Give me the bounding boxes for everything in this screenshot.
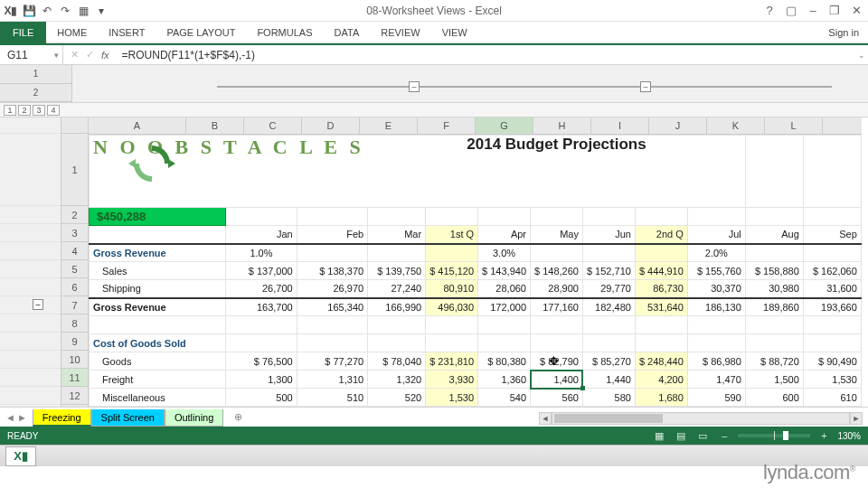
scroll-left-icon[interactable]: ◄: [539, 412, 552, 425]
cell[interactable]: $ 138,370: [297, 262, 367, 280]
cell[interactable]: $ 88,720: [745, 352, 803, 371]
cell[interactable]: 165,340: [297, 298, 367, 316]
cell[interactable]: 580: [582, 389, 635, 407]
col-outline-level-1[interactable]: 1: [0, 65, 71, 84]
help-icon[interactable]: ?: [761, 4, 778, 17]
cell[interactable]: $ 152,710: [582, 262, 635, 280]
cell[interactable]: $ 143,940: [478, 262, 531, 280]
sheet-tab-split[interactable]: Split Screen: [91, 409, 165, 427]
outline-collapse-button[interactable]: –: [409, 81, 420, 92]
view-page-break-icon[interactable]: ▭: [694, 429, 711, 442]
cell[interactable]: $ 86,980: [687, 352, 745, 371]
col-header[interactable]: K: [707, 117, 765, 134]
view-normal-icon[interactable]: ▦: [651, 429, 667, 442]
row-level-4[interactable]: 4: [47, 105, 60, 116]
cell[interactable]: 30,370: [687, 280, 745, 298]
col-header[interactable]: L: [765, 117, 823, 134]
redo-icon[interactable]: ↷: [58, 4, 72, 18]
expand-formula-icon[interactable]: ⌄: [855, 51, 868, 60]
enter-formula-icon[interactable]: ✓: [86, 49, 94, 61]
col-header[interactable]: C: [244, 117, 302, 134]
cell[interactable]: 496,030: [426, 298, 478, 316]
cell[interactable]: 2.0%: [687, 244, 745, 262]
row-collapse-button[interactable]: –: [33, 299, 43, 310]
cell[interactable]: 28,900: [531, 280, 583, 298]
cell[interactable]: 4,200: [635, 371, 687, 389]
close-icon[interactable]: ✕: [848, 4, 864, 17]
cell[interactable]: 28,060: [478, 280, 531, 298]
sign-in-link[interactable]: Sign in: [828, 27, 859, 38]
save-icon[interactable]: 💾: [22, 4, 36, 18]
col-header[interactable]: H: [533, 117, 591, 134]
cells-area[interactable]: A B C D E F G H I J K L N O O B S T A C …: [89, 117, 862, 407]
col-header[interactable]: A: [89, 117, 186, 134]
touch-mode-icon[interactable]: ▦: [76, 4, 90, 18]
cell[interactable]: 1,470: [687, 371, 745, 389]
row-header[interactable]: 1: [61, 134, 88, 206]
cell[interactable]: 510: [297, 389, 367, 407]
row-header[interactable]: 4: [61, 242, 88, 260]
outline-collapse-button[interactable]: –: [640, 81, 651, 92]
formula-input[interactable]: =ROUND(F11*(1+$F$4),-1): [117, 49, 855, 61]
cell[interactable]: $ 162,060: [803, 262, 861, 280]
active-cell[interactable]: 1,400: [531, 371, 583, 389]
col-header[interactable]: G: [476, 117, 533, 134]
col-header[interactable]: D: [302, 117, 360, 134]
tab-insert[interactable]: INSERT: [98, 22, 156, 43]
cell[interactable]: 30,980: [745, 280, 803, 298]
scroll-right-icon[interactable]: ►: [850, 412, 863, 425]
fx-icon[interactable]: fx: [101, 50, 109, 61]
cell[interactable]: 610: [803, 389, 861, 407]
row-header[interactable]: 11: [61, 369, 88, 387]
cancel-formula-icon[interactable]: ✕: [71, 49, 79, 61]
cell[interactable]: 177,160: [531, 298, 583, 316]
cell[interactable]: 3,930: [426, 371, 478, 389]
cell[interactable]: $ 82,790✥: [531, 352, 583, 371]
col-outline-level-2[interactable]: 2: [0, 84, 71, 103]
row-header[interactable]: 10: [61, 351, 88, 369]
cell[interactable]: 26,700: [226, 280, 297, 298]
cell[interactable]: 186,130: [687, 298, 745, 316]
tab-file[interactable]: FILE: [0, 22, 46, 43]
zoom-level[interactable]: 130%: [837, 431, 861, 441]
cell[interactable]: 193,660: [803, 298, 861, 316]
cell[interactable]: 182,480: [582, 298, 635, 316]
cell[interactable]: 31,600: [803, 280, 861, 298]
cell[interactable]: $ 139,750: [368, 262, 426, 280]
col-header[interactable]: E: [360, 117, 418, 134]
tab-review[interactable]: REVIEW: [370, 22, 430, 43]
cell[interactable]: 1,680: [635, 389, 687, 407]
cell[interactable]: 560: [531, 389, 583, 407]
taskbar-excel-icon[interactable]: X▮: [5, 446, 36, 466]
cell[interactable]: 531,640: [635, 298, 687, 316]
cell[interactable]: 29,770: [582, 280, 635, 298]
view-page-layout-icon[interactable]: ▤: [673, 429, 689, 442]
cell[interactable]: 600: [745, 389, 803, 407]
cell[interactable]: $ 78,040: [368, 352, 426, 371]
cell[interactable]: $ 415,120: [426, 262, 478, 280]
cell[interactable]: 500: [226, 389, 297, 407]
cell[interactable]: 163,700: [226, 298, 297, 316]
cell[interactable]: $ 444,910: [635, 262, 687, 280]
zoom-in-icon[interactable]: +: [816, 429, 832, 442]
tab-home[interactable]: HOME: [46, 22, 98, 43]
cell[interactable]: 540: [478, 389, 531, 407]
row-level-1[interactable]: 1: [4, 105, 16, 116]
cell[interactable]: $ 248,440: [635, 352, 687, 371]
horizontal-scrollbar[interactable]: ◄ ►: [539, 412, 863, 425]
cell[interactable]: 1,320: [368, 371, 426, 389]
cell[interactable]: 1,300: [226, 371, 297, 389]
cell[interactable]: 1.0%: [226, 244, 297, 262]
minimize-icon[interactable]: –: [805, 4, 821, 17]
col-header[interactable]: F: [418, 117, 476, 134]
col-header[interactable]: B: [186, 117, 244, 134]
sheet-prev-icon[interactable]: ◄: [5, 412, 15, 423]
cell[interactable]: 1,530: [426, 389, 478, 407]
cell[interactable]: $ 80,380: [478, 352, 531, 371]
cell[interactable]: $ 155,760: [687, 262, 745, 280]
zoom-out-icon[interactable]: –: [716, 429, 732, 442]
cell[interactable]: 80,910: [426, 280, 478, 298]
zoom-thumb[interactable]: [783, 431, 788, 440]
tab-view[interactable]: VIEW: [431, 22, 478, 43]
row-header[interactable]: 5: [61, 260, 88, 278]
